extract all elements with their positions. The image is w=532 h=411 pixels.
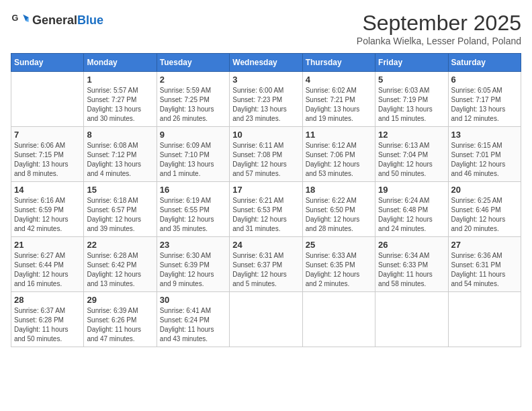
day-info: Sunrise: 6:12 AM Sunset: 7:06 PM Dayligh… <box>306 141 372 179</box>
calendar-cell: 17Sunrise: 6:21 AM Sunset: 6:53 PM Dayli… <box>230 182 302 237</box>
calendar-cell: 27Sunrise: 6:36 AM Sunset: 6:31 PM Dayli… <box>448 237 521 292</box>
month-title: September 2025 <box>357 11 521 36</box>
calendar-week-1: 1Sunrise: 5:57 AM Sunset: 7:27 PM Daylig… <box>11 72 521 127</box>
day-info: Sunrise: 6:19 AM Sunset: 6:55 PM Dayligh… <box>160 196 226 234</box>
day-number: 3 <box>232 75 299 85</box>
header: G GeneralBlue September 2025 Polanka Wie… <box>11 11 521 46</box>
day-number: 5 <box>378 75 445 85</box>
calendar-cell: 26Sunrise: 6:34 AM Sunset: 6:33 PM Dayli… <box>375 237 448 292</box>
calendar-table: SundayMondayTuesdayWednesdayThursdayFrid… <box>11 53 521 347</box>
calendar-cell: 10Sunrise: 6:11 AM Sunset: 7:08 PM Dayli… <box>230 127 302 182</box>
calendar-cell: 15Sunrise: 6:18 AM Sunset: 6:57 PM Dayli… <box>84 182 157 237</box>
day-number: 28 <box>14 295 81 305</box>
day-info: Sunrise: 6:06 AM Sunset: 7:15 PM Dayligh… <box>14 141 81 179</box>
day-number: 30 <box>160 295 226 305</box>
day-number: 15 <box>87 185 153 195</box>
calendar-cell: 12Sunrise: 6:13 AM Sunset: 7:04 PM Dayli… <box>375 127 448 182</box>
day-header-monday: Monday <box>84 54 157 72</box>
day-number: 2 <box>160 75 226 85</box>
day-info: Sunrise: 6:15 AM Sunset: 7:01 PM Dayligh… <box>451 141 518 179</box>
header-row: SundayMondayTuesdayWednesdayThursdayFrid… <box>11 54 521 72</box>
calendar-cell <box>448 292 521 347</box>
day-info: Sunrise: 6:25 AM Sunset: 6:46 PM Dayligh… <box>451 196 518 234</box>
day-info: Sunrise: 6:22 AM Sunset: 6:50 PM Dayligh… <box>306 196 372 234</box>
day-number: 24 <box>232 240 299 250</box>
day-info: Sunrise: 6:31 AM Sunset: 6:37 PM Dayligh… <box>232 251 299 289</box>
day-info: Sunrise: 6:21 AM Sunset: 6:53 PM Dayligh… <box>232 196 299 234</box>
day-number: 17 <box>232 185 299 195</box>
calendar-cell: 7Sunrise: 6:06 AM Sunset: 7:15 PM Daylig… <box>11 127 84 182</box>
calendar-cell: 24Sunrise: 6:31 AM Sunset: 6:37 PM Dayli… <box>230 237 302 292</box>
day-info: Sunrise: 5:59 AM Sunset: 7:25 PM Dayligh… <box>160 86 226 124</box>
calendar-cell: 18Sunrise: 6:22 AM Sunset: 6:50 PM Dayli… <box>302 182 375 237</box>
calendar-cell: 6Sunrise: 6:05 AM Sunset: 7:17 PM Daylig… <box>448 72 521 127</box>
day-info: Sunrise: 6:13 AM Sunset: 7:04 PM Dayligh… <box>378 141 445 179</box>
calendar-week-2: 7Sunrise: 6:06 AM Sunset: 7:15 PM Daylig… <box>11 127 521 182</box>
day-number: 27 <box>451 240 518 250</box>
title-area: September 2025 Polanka Wielka, Lesser Po… <box>357 11 521 46</box>
day-header-tuesday: Tuesday <box>157 54 229 72</box>
day-number: 7 <box>14 130 81 140</box>
day-info: Sunrise: 6:18 AM Sunset: 6:57 PM Dayligh… <box>87 196 153 234</box>
day-number: 19 <box>378 185 445 195</box>
day-info: Sunrise: 6:09 AM Sunset: 7:10 PM Dayligh… <box>160 141 226 179</box>
day-info: Sunrise: 6:24 AM Sunset: 6:48 PM Dayligh… <box>378 196 445 234</box>
day-info: Sunrise: 6:05 AM Sunset: 7:17 PM Dayligh… <box>451 86 518 124</box>
day-info: Sunrise: 6:27 AM Sunset: 6:44 PM Dayligh… <box>14 251 81 289</box>
day-info: Sunrise: 6:30 AM Sunset: 6:39 PM Dayligh… <box>160 251 226 289</box>
calendar-cell: 14Sunrise: 6:16 AM Sunset: 6:59 PM Dayli… <box>11 182 84 237</box>
day-info: Sunrise: 6:36 AM Sunset: 6:31 PM Dayligh… <box>451 251 518 289</box>
calendar-cell: 13Sunrise: 6:15 AM Sunset: 7:01 PM Dayli… <box>448 127 521 182</box>
calendar-cell: 20Sunrise: 6:25 AM Sunset: 6:46 PM Dayli… <box>448 182 521 237</box>
day-info: Sunrise: 6:03 AM Sunset: 7:19 PM Dayligh… <box>378 86 445 124</box>
day-number: 11 <box>306 130 372 140</box>
logo: G GeneralBlue <box>11 11 103 30</box>
day-header-thursday: Thursday <box>302 54 375 72</box>
day-number: 12 <box>378 130 445 140</box>
day-number: 13 <box>451 130 518 140</box>
calendar-week-3: 14Sunrise: 6:16 AM Sunset: 6:59 PM Dayli… <box>11 182 521 237</box>
day-number: 21 <box>14 240 81 250</box>
calendar-week-4: 21Sunrise: 6:27 AM Sunset: 6:44 PM Dayli… <box>11 237 521 292</box>
day-number: 29 <box>87 295 153 305</box>
calendar-cell: 23Sunrise: 6:30 AM Sunset: 6:39 PM Dayli… <box>157 237 229 292</box>
calendar-cell: 21Sunrise: 6:27 AM Sunset: 6:44 PM Dayli… <box>11 237 84 292</box>
day-number: 22 <box>87 240 153 250</box>
calendar-cell: 28Sunrise: 6:37 AM Sunset: 6:28 PM Dayli… <box>11 292 84 347</box>
subtitle: Polanka Wielka, Lesser Poland, Poland <box>357 36 521 46</box>
calendar-cell: 9Sunrise: 6:09 AM Sunset: 7:10 PM Daylig… <box>157 127 229 182</box>
calendar-cell <box>375 292 448 347</box>
day-number: 4 <box>306 75 372 85</box>
calendar-cell: 8Sunrise: 6:08 AM Sunset: 7:12 PM Daylig… <box>84 127 157 182</box>
calendar-cell: 1Sunrise: 5:57 AM Sunset: 7:27 PM Daylig… <box>84 72 157 127</box>
day-number: 10 <box>232 130 299 140</box>
svg-text:G: G <box>11 13 18 23</box>
day-number: 20 <box>451 185 518 195</box>
calendar-cell: 11Sunrise: 6:12 AM Sunset: 7:06 PM Dayli… <box>302 127 375 182</box>
day-number: 8 <box>87 130 153 140</box>
day-number: 16 <box>160 185 226 195</box>
calendar-cell: 2Sunrise: 5:59 AM Sunset: 7:25 PM Daylig… <box>157 72 229 127</box>
calendar-cell: 30Sunrise: 6:41 AM Sunset: 6:24 PM Dayli… <box>157 292 229 347</box>
calendar-cell <box>302 292 375 347</box>
day-info: Sunrise: 6:00 AM Sunset: 7:23 PM Dayligh… <box>232 86 299 124</box>
day-header-saturday: Saturday <box>448 54 521 72</box>
day-number: 1 <box>87 75 153 85</box>
day-info: Sunrise: 5:57 AM Sunset: 7:27 PM Dayligh… <box>87 86 153 124</box>
day-info: Sunrise: 6:16 AM Sunset: 6:59 PM Dayligh… <box>14 196 81 234</box>
logo-icon: G <box>11 11 30 30</box>
day-header-wednesday: Wednesday <box>230 54 302 72</box>
calendar-cell <box>11 72 84 127</box>
day-info: Sunrise: 6:11 AM Sunset: 7:08 PM Dayligh… <box>232 141 299 179</box>
day-info: Sunrise: 6:37 AM Sunset: 6:28 PM Dayligh… <box>14 306 81 344</box>
day-header-friday: Friday <box>375 54 448 72</box>
day-info: Sunrise: 6:39 AM Sunset: 6:26 PM Dayligh… <box>87 306 153 344</box>
day-info: Sunrise: 6:28 AM Sunset: 6:42 PM Dayligh… <box>87 251 153 289</box>
calendar-cell <box>230 292 302 347</box>
calendar-cell: 29Sunrise: 6:39 AM Sunset: 6:26 PM Dayli… <box>84 292 157 347</box>
day-number: 6 <box>451 75 518 85</box>
day-number: 26 <box>378 240 445 250</box>
calendar-cell: 19Sunrise: 6:24 AM Sunset: 6:48 PM Dayli… <box>375 182 448 237</box>
day-number: 9 <box>160 130 226 140</box>
day-header-sunday: Sunday <box>11 54 84 72</box>
